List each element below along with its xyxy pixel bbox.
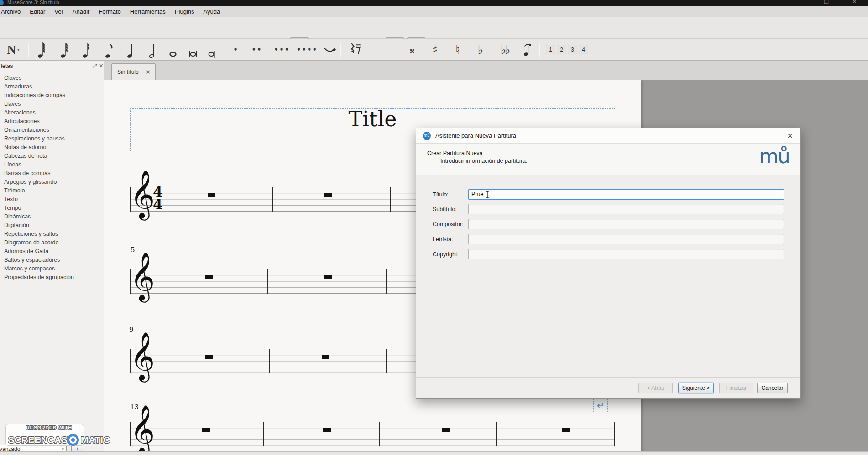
window-title: MuseScore 3: Sin título: [7, 0, 59, 5]
palette-item-diagramas[interactable]: Diagramas de acorde: [0, 238, 104, 247]
triple-dot-button[interactable]: •••: [272, 42, 292, 57]
menu-ayuda[interactable]: Ayuda: [199, 8, 225, 15]
whole-rest[interactable]: [322, 355, 329, 359]
copyright-field[interactable]: [468, 249, 784, 259]
palette-item-dinamicas[interactable]: Dinámicas: [0, 212, 104, 221]
palette-item-cabezas[interactable]: Cabezas de nota: [0, 152, 104, 160]
note-input-mode-button[interactable]: N ▾: [3, 42, 24, 57]
rest-icon: [348, 42, 362, 57]
system-break-icon[interactable]: ↵: [593, 398, 608, 412]
palette-item-arpegios[interactable]: Arpegios y glissando: [0, 178, 104, 186]
workspace-arrow: ▾: [62, 447, 66, 451]
palette-close-icon[interactable]: ✕: [99, 63, 103, 69]
note-64th-button[interactable]: [34, 42, 49, 57]
palette-item-digitacion[interactable]: Digitación: [0, 221, 104, 230]
note-input-toolbar: N ▾ • •• ••• ••••: [0, 39, 868, 61]
palette-item-barras[interactable]: Barras de compás: [0, 169, 104, 178]
dialog-titlebar[interactable]: mů Asistente para Nueva Partitura ×: [416, 128, 800, 144]
staff-system-4[interactable]: 𝄞: [130, 422, 615, 446]
double-sharp-button[interactable]: 𝄪: [404, 42, 420, 57]
main-toolbar: ↶ ↷ 100% ▾ Vista de página ▾: [0, 17, 868, 39]
menu-herramientas[interactable]: Herramientas: [125, 8, 170, 15]
note-half-button[interactable]: [145, 42, 161, 57]
subtitulo-field[interactable]: [468, 204, 784, 214]
voice-3-button[interactable]: 3: [568, 45, 577, 54]
palette-item-texto[interactable]: Texto: [0, 195, 104, 204]
maximize-button[interactable]: □: [824, 0, 828, 5]
menu-anadir[interactable]: Añadir: [68, 8, 94, 15]
menu-formato[interactable]: Formato: [94, 8, 125, 15]
whole-rest[interactable]: [202, 428, 210, 432]
natural-button[interactable]: ♮: [450, 42, 465, 57]
double-dot-button[interactable]: ••: [249, 42, 265, 57]
flat-button[interactable]: ♭: [473, 42, 488, 57]
dot-button[interactable]: •: [228, 42, 244, 57]
tie-button[interactable]: [322, 42, 338, 57]
palette-item-tremolo[interactable]: Trémolo: [0, 186, 104, 195]
close-window-button[interactable]: ×: [852, 0, 857, 5]
menu-archivo[interactable]: Archivo: [0, 8, 25, 15]
voice-1-button[interactable]: 1: [546, 45, 555, 54]
palette-item-respiraciones[interactable]: Respiraciones y pausas: [0, 134, 104, 143]
menu-editar[interactable]: Editar: [25, 8, 50, 15]
palette-float-icon[interactable]: ⤢: [93, 63, 97, 69]
palette-item-llaves[interactable]: Llaves: [0, 100, 104, 109]
voice-4-button[interactable]: 4: [579, 45, 588, 54]
quadruple-dot-button[interactable]: ••••: [296, 42, 319, 57]
whole-rest[interactable]: [324, 275, 332, 279]
menu-ver[interactable]: Ver: [50, 8, 68, 15]
note-eighth-button[interactable]: [101, 42, 117, 57]
note-input-dropdown-arrow[interactable]: ▾: [17, 47, 20, 52]
whole-rest[interactable]: [562, 428, 570, 432]
back-button[interactable]: < Atrás: [638, 383, 673, 393]
note-quarter-button[interactable]: [123, 42, 139, 57]
palette-item-tempo[interactable]: Tempo: [0, 204, 104, 212]
palette-item-adornos-gaita[interactable]: Adornos de Gaita: [0, 247, 104, 256]
palette-item-alteraciones[interactable]: Alteraciones: [0, 109, 104, 117]
dialog-close-icon[interactable]: ×: [787, 131, 793, 140]
minimize-button[interactable]: –: [794, 0, 798, 5]
whole-rest[interactable]: [323, 428, 331, 432]
palette-item-repeticiones[interactable]: Repeticiones y saltos: [0, 230, 104, 238]
double-dot-icon: ••: [251, 46, 262, 54]
palette-item-saltos[interactable]: Saltos y espaciadores: [0, 256, 104, 264]
finish-button[interactable]: Finalizar: [719, 383, 753, 393]
letrista-field[interactable]: [468, 234, 784, 244]
flip-direction-button[interactable]: [520, 42, 536, 57]
palettes-title: letas: [1, 63, 13, 69]
palette-item-propiedades[interactable]: Propiedades de agrupación: [0, 273, 104, 282]
voice-2-button[interactable]: 2: [557, 45, 566, 54]
quadruple-dot-icon: ••••: [297, 46, 318, 54]
sharp-button[interactable]: ♯: [427, 42, 443, 57]
next-button[interactable]: Siguiente >: [678, 383, 714, 393]
menu-plugins[interactable]: Plugins: [170, 8, 199, 15]
cancel-button[interactable]: Cancelar: [757, 383, 788, 393]
whole-rest[interactable]: [442, 428, 450, 432]
whole-rest[interactable]: [205, 275, 213, 279]
palette-item-marcos[interactable]: Marcos y compases: [0, 264, 104, 273]
rest-button[interactable]: [345, 42, 365, 57]
palette-item-indicaciones[interactable]: Indicaciones de compás: [0, 91, 104, 100]
titulo-value: Prue: [471, 191, 483, 197]
titulo-field[interactable]: Prue: [468, 189, 784, 200]
palette-item-armaduras[interactable]: Armaduras: [0, 83, 104, 91]
double-flat-button[interactable]: ♭♭: [496, 42, 514, 57]
treble-clef-icon: 𝄞: [130, 335, 155, 377]
note-32nd-button[interactable]: [57, 42, 72, 57]
palette-item-ornamentaciones[interactable]: Ornamentaciones: [0, 126, 104, 134]
note-breve-button[interactable]: [185, 42, 201, 57]
palette-item-articulaciones[interactable]: Articulaciones: [0, 117, 104, 126]
whole-rest[interactable]: [205, 355, 213, 359]
compositor-field[interactable]: [468, 219, 784, 229]
whole-rest[interactable]: [208, 193, 215, 197]
mouse-ibeam-cursor: [485, 191, 490, 199]
note-16th-button[interactable]: [78, 42, 94, 57]
tab-sin-titulo[interactable]: Sin título ×: [111, 63, 156, 80]
whole-rest[interactable]: [324, 193, 332, 197]
note-longa-button[interactable]: [204, 42, 220, 57]
note-whole-button[interactable]: [165, 42, 181, 57]
tab-close-icon[interactable]: ×: [146, 68, 151, 75]
palette-item-lineas[interactable]: Líneas: [0, 160, 104, 169]
palette-item-notas-adorno[interactable]: Notas de adorno: [0, 143, 104, 152]
palette-item-claves[interactable]: Claves: [0, 74, 104, 83]
